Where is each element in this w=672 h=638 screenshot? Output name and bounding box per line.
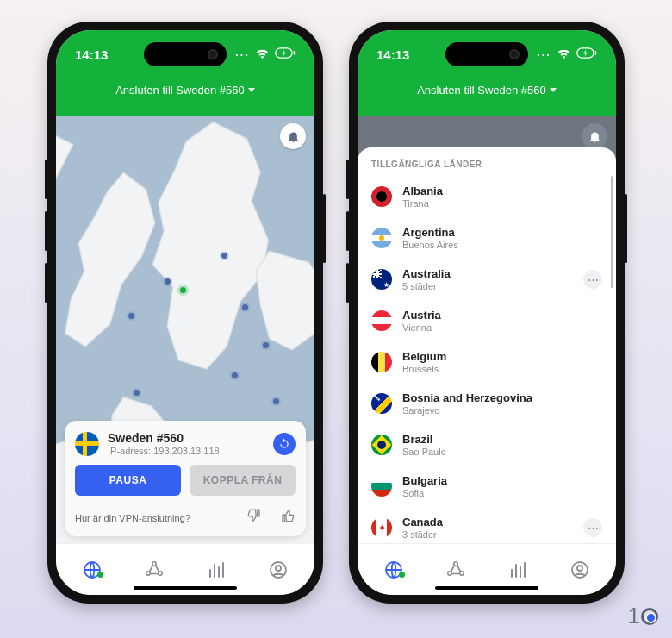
flag-icon [371, 310, 392, 331]
country-item[interactable]: BulgariaSofia [358, 466, 616, 507]
nav-globe[interactable] [375, 560, 413, 580]
home-indicator[interactable] [134, 586, 237, 590]
server-name: Sweden #560 [108, 431, 264, 445]
map-server-dot[interactable] [273, 398, 279, 404]
country-item[interactable]: AustriaVienna [358, 300, 616, 341]
bottom-nav [358, 543, 616, 595]
nav-globe[interactable] [73, 560, 111, 580]
home-indicator[interactable] [435, 586, 538, 590]
thumbs-down-button[interactable] [246, 508, 262, 528]
flag-icon [371, 352, 392, 372]
country-sub: Tirana [402, 198, 602, 209]
brand-number: 1 [628, 603, 640, 629]
svg-point-15 [577, 566, 582, 571]
flag-icon [371, 228, 392, 248]
more-icon [234, 46, 250, 64]
connection-status-header[interactable]: Ansluten till Sweden #560 [358, 84, 616, 97]
disconnect-button[interactable]: KOPPLA FRÅN [190, 465, 296, 496]
country-sub: Sarajevo [402, 405, 602, 416]
svg-rect-9 [595, 51, 597, 55]
country-sub: Sao Paulo [402, 447, 602, 457]
dimmed-background[interactable]: TILLGÄNGLIGA LÄNDER AlbaniaTiranaArgenti… [358, 116, 616, 543]
nav-mesh[interactable] [135, 560, 173, 580]
map-server-dot-connected[interactable] [180, 287, 186, 293]
dynamic-island [144, 42, 227, 66]
country-name: Austria [402, 309, 602, 322]
svg-point-4 [146, 571, 150, 574]
country-sub: 5 städer [402, 281, 573, 291]
country-name: Australia [402, 267, 573, 280]
nav-mesh[interactable] [437, 560, 475, 580]
map-server-dot[interactable] [134, 390, 140, 396]
phone-right: 14:13 Ansluten till Sweden #560 [349, 22, 625, 604]
nav-profile[interactable] [561, 560, 599, 580]
divider [271, 510, 271, 526]
nav-stats[interactable] [197, 560, 235, 580]
connection-status-text: Ansluten till Sweden #560 [417, 84, 546, 97]
bottom-nav [56, 543, 314, 595]
screen: 14:13 Ansluten till Sweden #560 [56, 30, 314, 595]
country-item[interactable]: ArgentinaBuenos Aires [358, 217, 616, 259]
thumbs-up-button[interactable] [280, 508, 296, 528]
country-name: Albania [402, 185, 602, 197]
map-area[interactable]: Sweden #560 IP-adress: 193.203.13.118 PA… [56, 116, 314, 543]
chevron-down-icon [550, 88, 557, 92]
status-icons [536, 46, 597, 64]
map-server-dot[interactable] [128, 313, 134, 319]
connection-card: Sweden #560 IP-adress: 193.203.13.118 PA… [65, 421, 306, 536]
nav-stats[interactable] [499, 560, 537, 580]
svg-point-7 [276, 566, 281, 571]
country-sub: Sofia [402, 488, 602, 498]
svg-point-5 [159, 571, 162, 574]
chevron-down-icon [248, 88, 255, 92]
flag-icon [371, 186, 392, 207]
connection-status-text: Ansluten till Sweden #560 [115, 84, 245, 97]
country-name: Brazil [402, 433, 602, 446]
wifi-icon [255, 47, 270, 61]
flag-sweden-icon [75, 432, 99, 456]
country-item[interactable]: AlbaniaTirana [358, 176, 616, 217]
clock: 14:13 [376, 47, 409, 62]
clock: 14:13 [75, 47, 108, 62]
screen: 14:13 Ansluten till Sweden #560 [358, 30, 616, 595]
nav-profile[interactable] [259, 560, 297, 580]
country-more-button[interactable]: ⋯ [583, 518, 602, 537]
country-item[interactable]: BelgiumBrussels [358, 341, 616, 383]
dynamic-island [445, 42, 528, 66]
ip-address-label: IP-adress: 193.203.13.118 [108, 446, 264, 456]
connection-status-header[interactable]: Ansluten till Sweden #560 [56, 84, 314, 97]
country-item[interactable]: BrazilSao Paulo [358, 424, 616, 466]
country-name: Canada [402, 516, 573, 529]
phone-left: 14:13 Ansluten till Sweden #560 [47, 22, 323, 604]
country-list[interactable]: AlbaniaTiranaArgentinaBuenos AiresAustra… [358, 176, 616, 543]
battery-charging-icon [576, 47, 597, 61]
battery-charging-icon [275, 47, 296, 61]
country-item[interactable]: Canada3 städer⋯ [358, 507, 616, 543]
countries-sheet: TILLGÄNGLIGA LÄNDER AlbaniaTiranaArgenti… [358, 147, 616, 543]
countries-sheet-header: TILLGÄNGLIGA LÄNDER [358, 158, 616, 176]
country-sub: 3 städer [402, 529, 573, 540]
scrollbar[interactable] [611, 176, 613, 288]
wifi-icon [557, 47, 571, 61]
flag-icon [371, 435, 392, 455]
pause-button[interactable]: PAUSA [75, 465, 181, 496]
flag-icon [371, 476, 392, 497]
country-name: Bulgaria [402, 474, 602, 487]
map-server-dot[interactable] [232, 372, 238, 378]
flag-icon [371, 393, 392, 414]
country-name: Argentina [402, 226, 602, 239]
refresh-button[interactable] [273, 433, 296, 455]
country-name: Bosnia and Herzegovina [402, 391, 602, 404]
flag-icon [371, 269, 392, 290]
svg-point-13 [460, 571, 464, 574]
country-item[interactable]: Bosnia and HerzegovinaSarajevo [358, 383, 616, 424]
feedback-question: Hur är din VPN-anslutning? [75, 513, 246, 523]
country-more-button[interactable]: ⋯ [583, 270, 602, 289]
svg-point-12 [448, 571, 451, 574]
brand-watermark: 1 [628, 603, 658, 629]
country-item[interactable]: Australia5 städer⋯ [358, 259, 616, 300]
country-sub: Brussels [402, 364, 602, 374]
map-server-dot[interactable] [242, 304, 248, 310]
svg-rect-1 [294, 51, 296, 55]
notifications-button[interactable] [582, 123, 607, 149]
